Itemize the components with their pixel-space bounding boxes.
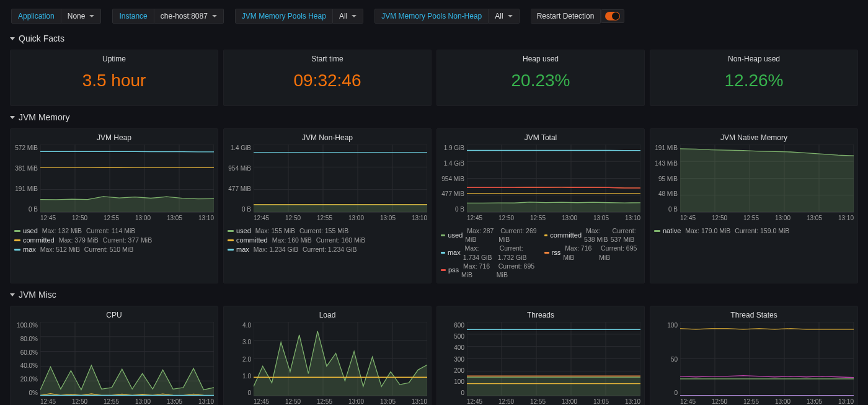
legend-swatch <box>228 230 234 232</box>
row-jvm-memory-toggle[interactable]: JVM Memory <box>0 111 868 123</box>
x-axis: 12:4512:5012:5513:0013:0513:10 <box>14 213 214 223</box>
panel-title: Thread States <box>654 309 854 322</box>
legend-current: Current: 160 MiB <box>314 236 365 244</box>
panel-uptime[interactable]: Uptime 3.5 hour <box>10 50 218 106</box>
legend-item[interactable]: max Max: 1.734 GiB Current: 1.732 GiB <box>441 244 537 261</box>
row-jvm-misc-title: JVM Misc <box>19 290 56 300</box>
y-axis: 191 MiB143 MiB95 MiB48 MiB0 B <box>654 145 680 213</box>
legend-swatch <box>14 249 20 251</box>
y-axis: 6005004003002001000 <box>441 322 467 396</box>
panel-title: Uptime <box>14 53 214 66</box>
legend-max: Max: 1.234 GiB <box>252 245 298 254</box>
panel-jvm_nonheap[interactable]: JVM Non-Heap1.4 GiB954 MiB477 MiB0 B12:4… <box>223 128 432 283</box>
var-pools-heap-value[interactable]: All <box>333 9 363 24</box>
stat-value: 3.5 hour <box>14 66 214 102</box>
legend-item[interactable]: pss Max: 716 MiB Current: 695 MiB <box>441 262 537 279</box>
panel-load[interactable]: Load4.03.02.01.0012:4512:5012:5513:0013:… <box>223 306 432 405</box>
row-jvm-memory: JVM Heap572 MiB381 MiB191 MiB0 B12:4512:… <box>0 123 868 288</box>
var-pools-heap[interactable]: JVM Memory Pools Heap All <box>235 9 363 24</box>
y-axis: 572 MiB381 MiB191 MiB0 B <box>14 145 40 213</box>
legend-item[interactable]: native Max: 179.0 MiB Current: 159.0 MiB <box>654 226 854 236</box>
legend-max: Max: 538 MiB <box>584 226 608 244</box>
legend-max: Max: 716 MiB <box>461 262 494 279</box>
panel-cpu[interactable]: CPU100.0%80.0%60.0%40.0%20.0%0%12:4512:5… <box>10 306 218 405</box>
x-axis: 12:4512:5012:5513:0013:0513:10 <box>654 396 854 405</box>
panel-jvm_native[interactable]: JVM Native Memory191 MiB143 MiB95 MiB48 … <box>650 128 858 283</box>
y-axis: 100500 <box>654 322 680 396</box>
panel-title: Threads <box>441 309 640 322</box>
restart-detection-toggle[interactable] <box>601 9 624 23</box>
stat-value: 12.26% <box>654 66 854 102</box>
legend-series-name: used <box>236 226 251 236</box>
legend-series-name: used <box>448 231 463 240</box>
row-jvm-memory-title: JVM Memory <box>19 112 69 122</box>
restart-detection-label: Restart Detection <box>531 9 601 24</box>
legend-item[interactable]: rss Max: 716 MiB Current: 695 MiB <box>544 244 640 261</box>
legend-item[interactable]: max Max: 512 MiB Current: 510 MiB <box>14 245 214 254</box>
var-application-value[interactable]: None <box>61 9 102 24</box>
chart-plot[interactable] <box>467 322 640 396</box>
x-axis: 12:4512:5012:5513:0013:0513:10 <box>14 396 214 405</box>
chart-plot[interactable] <box>254 145 427 213</box>
legend-current: Current: 377 MiB <box>101 236 152 244</box>
var-instance-value[interactable]: che-host:8087 <box>154 9 224 24</box>
chart-plot[interactable] <box>254 322 427 396</box>
x-axis: 12:4512:5012:5513:0013:0513:10 <box>654 213 854 223</box>
chart-plot[interactable] <box>40 322 214 396</box>
legend-current: Current: 695 MiB <box>497 262 537 279</box>
legend-item[interactable]: used Max: 132 MiB Current: 114 MiB <box>14 226 214 236</box>
chart-plot[interactable] <box>40 145 214 213</box>
legend-item[interactable]: committed Max: 379 MiB Current: 377 MiB <box>14 236 214 245</box>
legend-max: Max: 160 MiB <box>270 236 312 244</box>
chart-plot[interactable] <box>680 322 854 396</box>
chevron-down-icon <box>10 37 15 40</box>
legend-current: Current: 269 MiB <box>498 226 536 244</box>
var-pools-nonheap-value[interactable]: All <box>489 9 519 24</box>
chart-plot[interactable] <box>467 145 640 213</box>
var-pools-nonheap[interactable]: JVM Memory Pools Non-Heap All <box>374 9 519 24</box>
legend-series-name: max <box>236 245 249 254</box>
panel-thread_states[interactable]: Thread States10050012:4512:5012:5513:001… <box>650 306 858 405</box>
legend-item[interactable]: used Max: 287 MiB Current: 269 MiB <box>441 226 537 244</box>
stat-value: 20.23% <box>441 66 640 102</box>
panel-title: Load <box>228 309 427 322</box>
var-instance[interactable]: Instance che-host:8087 <box>112 9 223 24</box>
legend-max: Max: 179.0 MiB <box>683 226 730 235</box>
row-quick-facts-title: Quick Facts <box>19 33 64 43</box>
panel-jvm_total[interactable]: JVM Total1.9 GiB1.4 GiB954 MiB477 MiB0 B… <box>436 128 645 283</box>
legend-max: Max: 379 MiB <box>57 236 99 244</box>
var-instance-label: Instance <box>112 9 154 24</box>
chevron-down-icon <box>10 116 15 119</box>
legend-item[interactable]: max Max: 1.234 GiB Current: 1.234 GiB <box>228 245 427 254</box>
x-axis: 12:4512:5012:5513:0013:0513:10 <box>441 396 640 405</box>
var-application[interactable]: Application None <box>11 9 101 24</box>
panel-threads[interactable]: Threads600500400300200100012:4512:5012:5… <box>436 306 645 405</box>
legend-max: Max: 287 MiB <box>465 226 496 244</box>
row-jvm-misc-toggle[interactable]: JVM Misc <box>0 288 868 301</box>
legend-item[interactable]: used Max: 155 MiB Current: 155 MiB <box>228 226 427 236</box>
legend-current: Current: 510 MiB <box>82 245 133 254</box>
row-quick-facts: Uptime 3.5 hour Start time 09:32:46 Heap… <box>0 45 868 111</box>
legend-current: Current: 1.732 GiB <box>498 244 537 261</box>
legend-current: Current: 155 MiB <box>298 226 348 235</box>
legend-series-name: rss <box>552 248 561 257</box>
panel-nonheap-used[interactable]: Non-Heap used 12.26% <box>650 50 858 106</box>
legend-swatch <box>14 239 20 241</box>
var-pools-heap-label: JVM Memory Pools Heap <box>235 9 333 24</box>
legend: used Max: 132 MiB Current: 114 MiBcommit… <box>14 223 214 254</box>
legend-item[interactable]: committed Max: 160 MiB Current: 160 MiB <box>228 236 427 245</box>
row-quick-facts-toggle[interactable]: Quick Facts <box>0 32 868 45</box>
panel-heap-used[interactable]: Heap used 20.23% <box>436 50 645 106</box>
legend-swatch <box>654 230 660 232</box>
legend-max: Max: 512 MiB <box>38 245 80 254</box>
chart-plot[interactable] <box>680 145 854 213</box>
restart-detection[interactable]: Restart Detection <box>531 9 625 24</box>
row-jvm-misc: CPU100.0%80.0%60.0%40.0%20.0%0%12:4512:5… <box>0 301 868 405</box>
legend-series-name: native <box>663 226 681 236</box>
panel-jvm_heap[interactable]: JVM Heap572 MiB381 MiB191 MiB0 B12:4512:… <box>10 128 218 283</box>
panel-start-time[interactable]: Start time 09:32:46 <box>223 50 432 106</box>
panel-title: Start time <box>228 53 427 66</box>
legend-series-name: committed <box>236 236 268 245</box>
var-application-label: Application <box>11 9 61 24</box>
legend-item[interactable]: committed Max: 538 MiB Current: 537 MiB <box>544 226 640 244</box>
